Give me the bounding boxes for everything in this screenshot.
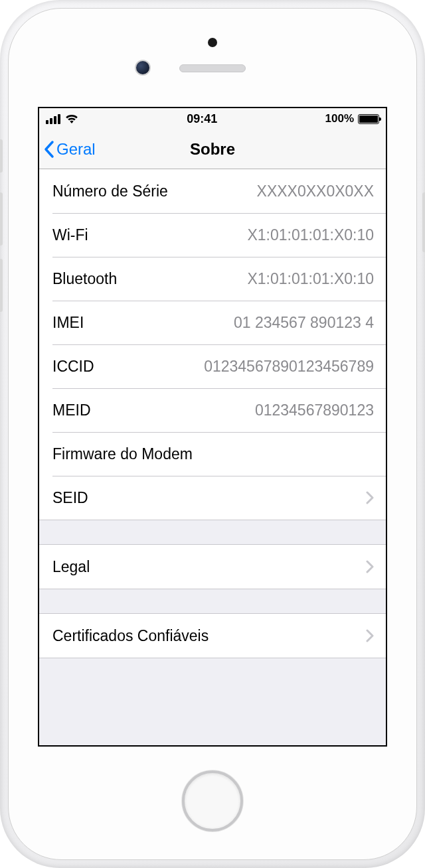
section-legal: Legal xyxy=(39,544,386,589)
row-modem-firmware[interactable]: Firmware do Modem xyxy=(39,432,386,476)
front-camera xyxy=(135,60,151,76)
row-label: Wi-Fi xyxy=(52,226,88,244)
row-value: XXXX0XX0X0XX xyxy=(257,182,374,200)
row-wifi[interactable]: Wi-Fi X1:01:01:01:X0:10 xyxy=(39,213,386,257)
row-label: MEID xyxy=(52,401,91,419)
chevron-right-icon xyxy=(366,491,374,504)
row-iccid[interactable]: ICCID 01234567890123456789 xyxy=(39,344,386,388)
cellular-signal-icon xyxy=(46,113,60,124)
status-bar: 09:41 100% xyxy=(39,108,386,129)
row-label: Certificados Confiáveis xyxy=(52,627,209,645)
battery-percentage: 100% xyxy=(325,112,354,125)
section-certificates: Certificados Confiáveis xyxy=(39,613,386,658)
back-button[interactable]: Geral xyxy=(39,140,96,159)
row-label: Legal xyxy=(52,558,90,576)
chevron-right-icon xyxy=(366,560,374,573)
row-label: SEID xyxy=(52,489,88,507)
row-bluetooth[interactable]: Bluetooth X1:01:01:01:X0:10 xyxy=(39,257,386,301)
screen: 09:41 100% Geral Sobre xyxy=(38,107,387,747)
row-label: Número de Série xyxy=(52,182,168,200)
row-value: 01234567890123 xyxy=(255,401,374,419)
back-label: Geral xyxy=(56,140,96,159)
proximity-sensor xyxy=(208,38,217,47)
status-time: 09:41 xyxy=(187,112,217,126)
row-label: Bluetooth xyxy=(52,270,117,288)
row-value: 01234567890123456789 xyxy=(204,358,374,376)
row-value: 01 234567 890123 4 xyxy=(234,314,374,332)
wifi-icon xyxy=(64,113,79,124)
row-label: Firmware do Modem xyxy=(52,445,193,463)
row-trusted-certificates[interactable]: Certificados Confiáveis xyxy=(39,614,386,658)
row-seid[interactable]: SEID xyxy=(39,476,386,520)
volume-down-button xyxy=(0,259,3,312)
chevron-right-icon xyxy=(366,629,374,642)
volume-up-button xyxy=(0,192,3,246)
power-button xyxy=(422,192,425,252)
row-value: X1:01:01:01:X0:10 xyxy=(247,226,374,244)
row-label: ICCID xyxy=(52,358,94,376)
mute-switch xyxy=(0,139,3,173)
row-label: IMEI xyxy=(52,314,84,332)
row-serial-number[interactable]: Número de Série XXXX0XX0X0XX xyxy=(39,169,386,213)
chevron-left-icon xyxy=(43,140,55,159)
row-imei[interactable]: IMEI 01 234567 890123 4 xyxy=(39,301,386,344)
nav-bar: Geral Sobre xyxy=(39,129,386,169)
device-frame: 09:41 100% Geral Sobre xyxy=(0,0,425,868)
section-device-info: Número de Série XXXX0XX0X0XX Wi-Fi X1:01… xyxy=(39,169,386,520)
device-inner: 09:41 100% Geral Sobre xyxy=(8,8,417,860)
section-gap xyxy=(39,658,386,682)
battery-icon xyxy=(358,114,379,124)
row-meid[interactable]: MEID 01234567890123 xyxy=(39,388,386,432)
speaker-grille xyxy=(179,64,246,72)
content: Número de Série XXXX0XX0X0XX Wi-Fi X1:01… xyxy=(39,169,386,682)
row-value: X1:01:01:01:X0:10 xyxy=(247,270,374,288)
home-button[interactable] xyxy=(182,770,243,832)
row-legal[interactable]: Legal xyxy=(39,545,386,589)
